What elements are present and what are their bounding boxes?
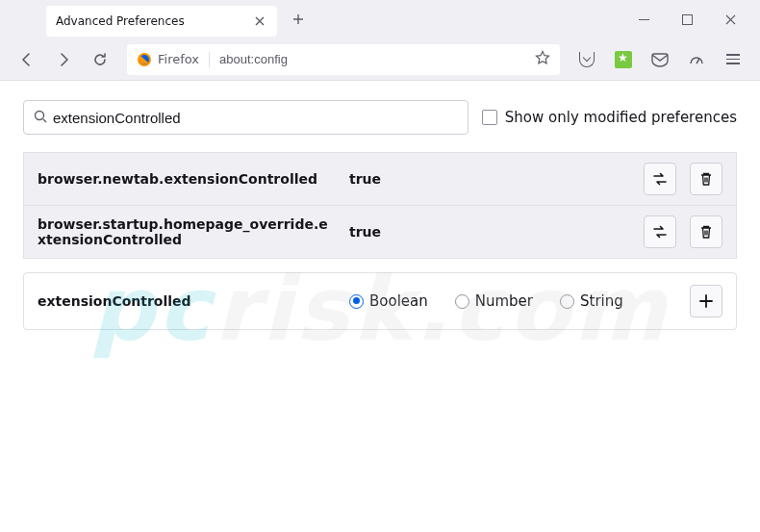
radio-label: Number	[475, 292, 533, 310]
radio-label: Boolean	[369, 292, 428, 310]
checkbox-icon	[482, 110, 497, 125]
back-button[interactable]	[12, 44, 42, 75]
performance-button[interactable]	[681, 44, 712, 75]
svg-line-6	[43, 119, 46, 122]
tab-title: Advanced Preferences	[56, 14, 252, 28]
pref-name: browser.newtab.extensionControlled	[38, 171, 336, 187]
svg-rect-1	[683, 14, 693, 24]
svg-rect-0	[639, 19, 649, 20]
menu-button[interactable]	[718, 44, 748, 75]
radio-icon	[455, 294, 469, 309]
search-row: Show only modified preferences	[23, 100, 737, 135]
pocket-button[interactable]	[571, 44, 602, 75]
search-box[interactable]	[23, 100, 469, 135]
search-icon	[34, 109, 47, 127]
show-modified-checkbox[interactable]: Show only modified preferences	[482, 109, 737, 126]
trash-icon	[698, 224, 714, 240]
urlbar[interactable]: Firefox	[127, 44, 560, 75]
firefox-icon	[137, 52, 152, 67]
pref-value: true	[349, 224, 630, 240]
radio-number[interactable]: Number	[455, 292, 533, 310]
new-pref-name: extensionControlled	[38, 293, 336, 309]
extension-icon	[615, 51, 632, 68]
tab-active[interactable]: Advanced Preferences	[46, 6, 277, 37]
pref-value: true	[349, 171, 630, 187]
radio-icon	[349, 294, 364, 309]
maximize-button[interactable]	[666, 0, 709, 38]
radio-icon	[560, 294, 574, 309]
minimize-button[interactable]	[622, 0, 666, 38]
toggle-button[interactable]	[644, 215, 676, 248]
type-radio-group: Boolean Number String	[349, 292, 676, 310]
urlbar-input[interactable]	[219, 52, 535, 66]
toggle-icon	[652, 171, 668, 187]
plus-icon	[698, 293, 714, 309]
radio-label: String	[580, 292, 623, 310]
radio-string[interactable]: String	[560, 292, 623, 310]
content: Show only modified preferences browser.n…	[0, 81, 760, 349]
svg-point-5	[36, 111, 44, 119]
new-pref-row: extensionControlled Boolean Number Strin…	[23, 272, 737, 330]
mail-icon	[651, 52, 669, 67]
radio-boolean[interactable]: Boolean	[349, 292, 428, 310]
pocket-icon	[579, 52, 595, 67]
checkbox-label-text: Show only modified preferences	[505, 109, 737, 126]
reload-button[interactable]	[85, 44, 115, 75]
toggle-icon	[652, 224, 668, 240]
new-tab-button[interactable]	[285, 6, 312, 33]
pref-row: browser.startup.homepage_override.extens…	[23, 206, 737, 259]
trash-icon	[698, 171, 714, 187]
add-button[interactable]	[690, 285, 722, 317]
identity-label: Firefox	[158, 52, 199, 66]
extension-button[interactable]	[608, 44, 639, 75]
speedometer-icon	[689, 52, 704, 67]
pref-row: browser.newtab.extensionControlled true	[23, 152, 737, 206]
delete-button[interactable]	[690, 215, 722, 248]
hamburger-icon	[726, 54, 740, 64]
search-input[interactable]	[53, 110, 458, 126]
toggle-button[interactable]	[644, 163, 676, 195]
forward-button[interactable]	[48, 44, 79, 75]
toolbar: Firefox	[0, 38, 760, 81]
titlebar: Advanced Preferences	[0, 0, 760, 38]
close-button[interactable]	[709, 0, 752, 38]
tab-close-icon[interactable]	[252, 13, 267, 29]
svg-line-4	[697, 59, 699, 63]
pref-name: browser.startup.homepage_override.extens…	[38, 216, 336, 247]
delete-button[interactable]	[690, 163, 722, 195]
identity-box[interactable]: Firefox	[137, 52, 210, 67]
account-button[interactable]	[645, 44, 675, 75]
bookmark-star-icon[interactable]	[535, 50, 550, 69]
